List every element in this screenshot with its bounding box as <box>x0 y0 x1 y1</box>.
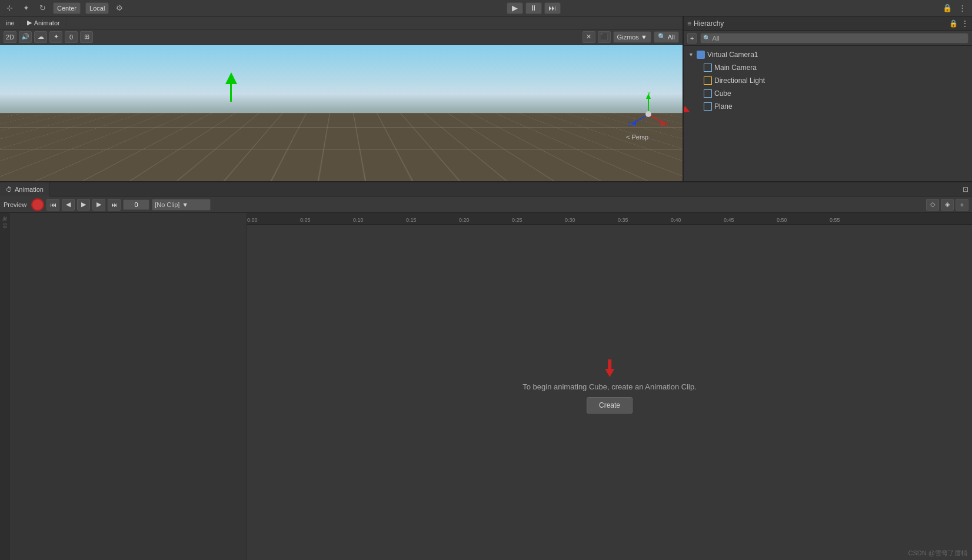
scene-viewport: Y X Z < Persp <box>0 45 683 181</box>
scene-mute-btn[interactable]: ✕ <box>582 31 595 43</box>
plane-annotation-arrow <box>684 101 690 115</box>
anim-next-frame-btn[interactable]: ▶ <box>92 199 105 211</box>
hierarchy-more-icon[interactable]: ⋮ <box>961 19 968 28</box>
top-toolbar: ⊹ ✦ ↻ Center Local ⚙ ▶ ⏸ ⏭ 🔒 ⋮ <box>0 0 972 16</box>
toolbar-icon-hand[interactable]: ⊹ <box>4 2 15 14</box>
add-property-btn[interactable]: + <box>956 199 968 211</box>
main-camera-label: Main Camera <box>714 64 757 72</box>
svg-marker-12 <box>605 369 614 377</box>
tab-bar: ine ▶ Animator <box>0 16 683 29</box>
scene-display-btn[interactable]: ⬛ <box>598 31 611 43</box>
light-icon <box>704 76 712 85</box>
gizmos-arrow: ▼ <box>641 34 647 41</box>
hierarchy-lock-icon[interactable]: 🔒 <box>949 19 958 28</box>
search-all-label: All <box>668 34 675 41</box>
directional-light-label: Directional Light <box>714 76 765 85</box>
timeline-center-message: To begin animating Cube, create an Anima… <box>522 359 697 414</box>
tree-arrow-vcam: ▼ <box>688 52 694 58</box>
scene-audio-btn[interactable]: 🔊 <box>19 31 32 43</box>
ruler-tick-5: 0:25 <box>512 213 522 224</box>
scene-view-toolbar: 2D 🔊 ☁ ✦ 0 ⊞ ✕ ⬛ Gizmos ▼ 🔍 All <box>0 29 683 45</box>
hierarchy-actions: 🔒 ⋮ <box>949 19 968 28</box>
toolbar-icon-rotate[interactable]: ↻ <box>36 2 48 14</box>
animation-panel: ⏱ Animation ⊡ Preview ⏮ ◀ ▶ ▶ ⏭ 0 [No Cl… <box>0 181 972 560</box>
toolbar-icon-move[interactable]: ✦ <box>20 2 32 14</box>
center-label: Center <box>57 5 76 12</box>
scene-count-btn[interactable]: 0 <box>65 31 78 43</box>
search-all-button[interactable]: 🔍 All <box>654 31 679 43</box>
cube-icon <box>704 89 712 98</box>
timeline-ruler: 0:00 0:05 0:10 0:15 0:20 0:25 0:30 0:35 … <box>247 213 972 225</box>
scene-arrow <box>225 72 237 102</box>
vcam-icon <box>697 51 705 59</box>
anim-skip-start-btn[interactable]: ⏮ <box>46 199 59 211</box>
scene-lighting-btn[interactable]: ✦ <box>49 31 62 43</box>
svg-point-6 <box>645 111 651 117</box>
add-icon: + <box>690 35 694 42</box>
more-icon[interactable]: ⋮ <box>957 2 968 14</box>
plane-label: Plane <box>714 102 733 111</box>
clip-dropdown[interactable]: [No Clip] ▼ <box>152 199 211 211</box>
keyframe-btn[interactable]: ◇ <box>926 199 939 211</box>
anim-play-btn[interactable]: ▶ <box>77 199 90 211</box>
key-all-btn[interactable]: ◈ <box>941 199 954 211</box>
animation-tab-icon: ⏱ <box>6 186 12 193</box>
step-button[interactable]: ⏭ <box>544 2 561 14</box>
svg-text:Y: Y <box>647 91 651 96</box>
watermark: CSDN @雪弯了眉梢 <box>908 549 967 558</box>
tab-timeline-label: ine <box>6 19 15 26</box>
anim-prev-frame-btn[interactable]: ◀ <box>62 199 75 211</box>
lock-icon[interactable]: 🔒 <box>941 2 953 14</box>
pause-button[interactable]: ⏸ <box>525 2 542 14</box>
ruler-tick-7: 0:35 <box>618 213 628 224</box>
scene-2d-btn[interactable]: 2D <box>4 31 16 43</box>
ruler-tick-4: 0:20 <box>459 213 470 224</box>
animation-tab[interactable]: ⏱ Animation <box>0 182 50 196</box>
virtual-camera1-label: Virtual Camera1 <box>707 51 758 59</box>
hierarchy-label: Hierarchy <box>694 19 724 28</box>
maximize-button[interactable]: ⊡ <box>963 185 968 194</box>
play-button[interactable]: ▶ <box>507 2 523 14</box>
record-button[interactable] <box>31 198 44 211</box>
camera-icon <box>704 64 712 72</box>
time-input[interactable]: 0 <box>123 199 149 210</box>
svg-text:X: X <box>665 121 668 127</box>
arrow-head <box>225 72 237 84</box>
animation-toolbar: Preview ⏮ ◀ ▶ ▶ ⏭ 0 [No Clip] ▼ ◇ ◈ + <box>0 196 972 213</box>
tree-item-directional-light[interactable]: Directional Light <box>691 74 972 87</box>
hierarchy-icon: ≡ <box>687 19 691 28</box>
tree-item-cube[interactable]: Cube <box>691 87 972 100</box>
hierarchy-add-button[interactable]: + <box>687 33 697 44</box>
ground-grid <box>0 113 683 181</box>
ruler-tick-6: 0:30 <box>565 213 575 224</box>
label-le: le <box>2 216 8 221</box>
local-button[interactable]: Local <box>85 2 109 14</box>
gizmos-label: Gizmos <box>617 34 639 41</box>
center-button[interactable]: Center <box>53 2 81 14</box>
clip-arrow: ▼ <box>182 201 188 208</box>
scene-grid-btn[interactable]: ⊞ <box>80 31 93 43</box>
red-arrow-down <box>522 359 697 379</box>
scene-effects-btn[interactable]: ☁ <box>34 31 47 43</box>
hierarchy-search-box[interactable]: 🔍 All <box>700 33 968 44</box>
tree-item-main-camera[interactable]: Main Camera <box>691 61 972 74</box>
gizmo-container: Y X Z < Persp <box>625 91 672 144</box>
scene-gizmo-svg: Y X Z <box>625 91 672 138</box>
plane-icon <box>704 102 712 111</box>
gizmos-button[interactable]: Gizmos ▼ <box>613 31 651 43</box>
tab-timeline[interactable]: ine <box>0 16 21 29</box>
tree-item-plane[interactable]: Plane <box>691 100 972 113</box>
tree-item-virtual-camera1[interactable]: ▼ Virtual Camera1 <box>684 48 972 61</box>
hierarchy-search-label: All <box>712 35 719 42</box>
svg-line-10 <box>684 102 687 111</box>
hierarchy-tab-bar: ≡ Hierarchy 🔒 ⋮ <box>684 16 972 31</box>
tab-animator-label: Animator <box>34 19 60 26</box>
create-button[interactable]: Create <box>587 397 633 414</box>
toolbar-icon-grid[interactable]: ⚙ <box>114 2 125 14</box>
animator-icon: ▶ <box>27 19 32 26</box>
ruler-tick-8: 0:40 <box>671 213 681 224</box>
tab-animator[interactable]: ▶ Animator <box>21 16 66 29</box>
label-ec: ec <box>2 223 8 229</box>
cube-label: Cube <box>714 89 731 98</box>
anim-skip-end-btn[interactable]: ⏭ <box>108 199 121 211</box>
